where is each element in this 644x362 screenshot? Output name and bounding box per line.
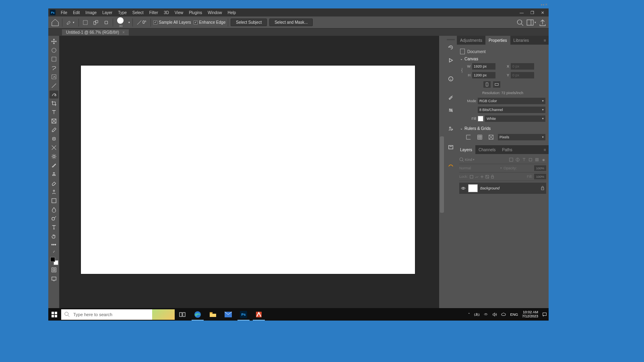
portrait-orientation-button[interactable] (483, 81, 491, 88)
color-swatches[interactable] (50, 256, 58, 265)
crop-tool[interactable] (50, 99, 58, 107)
quick-mask-tool[interactable] (50, 266, 58, 274)
canvas-section-toggle[interactable]: ⌄Canvas (460, 56, 545, 62)
panel-menu-icon[interactable]: ≡ (541, 36, 549, 45)
layer-fill-input[interactable]: 100% (534, 174, 546, 179)
add-selection-button[interactable] (92, 19, 100, 26)
photoshop-taskbar-icon[interactable]: Ps (236, 308, 251, 321)
marquee-ellipse-tool[interactable] (50, 46, 58, 54)
brush-size-picker[interactable]: 30 (116, 16, 126, 29)
layer-row-background[interactable]: Background (459, 183, 546, 194)
hand-tool[interactable] (50, 232, 58, 240)
lock-artboard-icon[interactable] (485, 175, 489, 179)
language-indicator[interactable]: ENG (510, 313, 518, 317)
taskbar-search[interactable]: Type here to search (61, 309, 152, 320)
menu-layer[interactable]: Layer (99, 9, 115, 16)
layer-thumbnail[interactable] (468, 184, 478, 192)
ruler-units-select[interactable]: Pixels▾ (498, 134, 545, 140)
filter-toggle-icon[interactable]: ◉ (541, 157, 546, 162)
lock-all-icon[interactable] (491, 175, 494, 179)
blur-tool[interactable] (50, 206, 58, 214)
task-view-icon[interactable] (175, 308, 190, 321)
notifications-icon[interactable] (542, 312, 547, 317)
subtract-selection-button[interactable] (102, 19, 110, 26)
mail-taskbar-icon[interactable] (221, 308, 236, 321)
guides-icon[interactable] (487, 133, 495, 141)
close-button[interactable]: ✕ (538, 10, 547, 15)
menu-select[interactable]: Select (130, 9, 147, 16)
character-panel-icon[interactable] (447, 125, 455, 133)
menu-plugins[interactable]: Plugins (186, 9, 205, 16)
filter-type-icon[interactable] (521, 157, 527, 162)
fill-select[interactable]: White▾ (485, 115, 545, 122)
brush-settings-panel-icon[interactable] (447, 93, 455, 101)
layers-panel-menu-icon[interactable]: ≡ (541, 145, 549, 154)
link-wh-icon[interactable] (460, 68, 464, 75)
menu-filter[interactable]: Filter (147, 9, 161, 16)
landscape-orientation-button[interactable] (493, 81, 500, 88)
lock-image-icon[interactable] (475, 175, 479, 179)
quick-selection-tool[interactable] (50, 90, 58, 99)
layer-locked-icon[interactable] (541, 186, 545, 190)
filter-pixel-icon[interactable] (508, 157, 514, 162)
document-tab[interactable]: Untitled-1 @ 66.7% (RGB/8#) × (62, 29, 129, 35)
search-highlight-image[interactable] (152, 309, 175, 320)
search-icon[interactable] (516, 19, 524, 26)
vertical-scrollbar[interactable] (439, 36, 445, 315)
layer-name[interactable]: Background (480, 186, 500, 190)
canvas[interactable] (81, 66, 415, 274)
brush-tool[interactable] (50, 161, 58, 169)
height-input[interactable] (472, 72, 495, 78)
lock-position-icon[interactable] (480, 175, 484, 179)
virtualbox-taskbar-icon[interactable] (251, 308, 266, 321)
sample-all-layers-checkbox[interactable]: ✓Sample All Layers (153, 20, 191, 25)
menu-type[interactable]: Type (115, 9, 130, 16)
gear-tool[interactable] (50, 152, 58, 160)
layers-tab[interactable]: Layers (457, 145, 475, 154)
paths-tab[interactable]: Paths (499, 145, 516, 154)
close-tab-icon[interactable]: × (122, 30, 125, 35)
enhance-edge-checkbox[interactable]: ✓Enhance Edge (194, 20, 226, 25)
tray-chevron-icon[interactable]: ˄ (468, 313, 470, 317)
clone-stamp-tool[interactable] (50, 170, 58, 178)
filter-smart-icon[interactable] (534, 157, 540, 162)
x-input[interactable] (511, 63, 534, 70)
share-icon[interactable] (539, 19, 546, 26)
paragraph-panel-icon[interactable] (447, 143, 455, 151)
minimize-button[interactable]: — (517, 10, 526, 15)
strip-handle[interactable] (447, 39, 455, 40)
select-subject-button[interactable]: Select Subject (231, 19, 267, 26)
move-tool[interactable] (50, 37, 58, 45)
menu-view[interactable]: View (172, 9, 186, 16)
menu-help[interactable]: Help (225, 9, 239, 16)
gradients-panel-icon[interactable] (447, 162, 455, 170)
frame-tool[interactable] (50, 117, 58, 125)
visibility-eye-icon[interactable] (461, 186, 466, 191)
brush-angle[interactable]: 0° (135, 19, 148, 26)
person-tool[interactable] (50, 188, 58, 196)
y-input[interactable] (511, 72, 534, 78)
new-selection-button[interactable] (81, 19, 89, 26)
info-panel-icon[interactable] (447, 75, 455, 83)
more-tools[interactable]: ••• (50, 241, 58, 249)
rulers-grids-toggle[interactable]: ⌄Rulers & Grids (460, 125, 545, 132)
libraries-tab[interactable]: Libraries (510, 36, 532, 45)
adjustments-panel-icon[interactable] (447, 106, 455, 114)
maximize-button[interactable]: ❐ (528, 10, 537, 15)
channels-tab[interactable]: Channels (475, 145, 499, 154)
marquee-rect-tool[interactable] (50, 55, 58, 63)
kind-filter[interactable]: Kind (465, 158, 472, 162)
eyedropper-tool[interactable] (50, 126, 58, 134)
opacity-input[interactable]: 100% (534, 165, 546, 171)
edge-taskbar-icon[interactable] (190, 308, 205, 321)
blend-mode-select[interactable]: Normal (459, 166, 471, 170)
fill-swatch[interactable] (478, 116, 483, 121)
filter-adjustment-icon[interactable] (515, 157, 520, 162)
tool-preset-picker[interactable]: ▾ (65, 19, 76, 26)
home-button[interactable] (51, 18, 60, 27)
actions-panel-icon[interactable] (447, 56, 455, 64)
screen-mode-tool[interactable] (50, 275, 58, 283)
panel-collapse-close[interactable]: ▸◂✕ (541, 3, 548, 6)
bit-depth-select[interactable]: 8 Bits/Channel▾ (478, 107, 545, 113)
select-and-mask-button[interactable]: Select and Mask... (269, 19, 313, 26)
